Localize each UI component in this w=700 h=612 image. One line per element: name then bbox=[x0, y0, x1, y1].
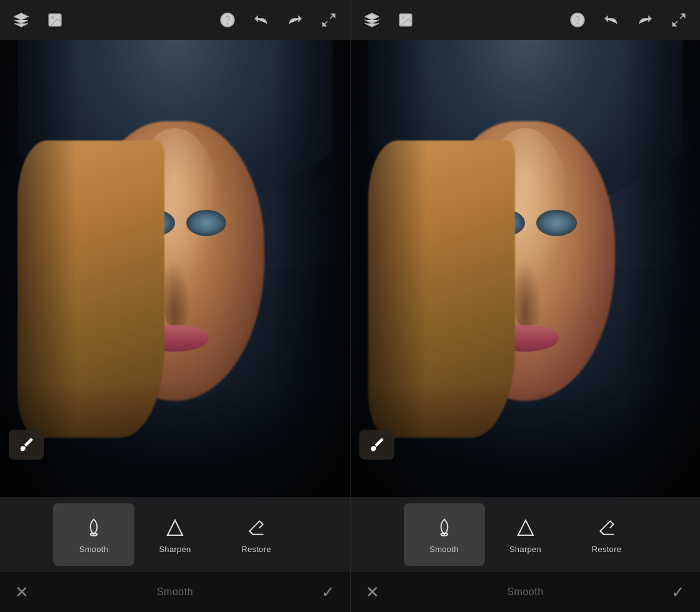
brush-icon-left bbox=[18, 436, 35, 453]
smooth-tool-left[interactable]: Smooth bbox=[53, 503, 134, 566]
dark-overlay-bottom-r bbox=[351, 383, 700, 497]
restore-label-right: Restore bbox=[592, 545, 622, 554]
expand-icon-right[interactable] bbox=[668, 9, 690, 31]
image-icon-right[interactable] bbox=[394, 9, 417, 31]
sharpen-icon-left bbox=[163, 516, 187, 540]
left-toolbar bbox=[0, 0, 350, 40]
cancel-button-left[interactable]: ✕ bbox=[15, 583, 29, 602]
brush-icon-right bbox=[368, 436, 386, 453]
smooth-label-right: Smooth bbox=[429, 545, 459, 554]
left-tools-bar: Smooth Sharpen Restore bbox=[0, 497, 350, 572]
image-icon[interactable] bbox=[44, 9, 66, 31]
restore-icon-left bbox=[244, 516, 268, 540]
expand-icon-left[interactable] bbox=[318, 9, 340, 31]
action-title-left: Smooth bbox=[157, 586, 193, 598]
sharpen-tool-left[interactable]: Sharpen bbox=[134, 503, 216, 566]
smooth-label-left: Smooth bbox=[79, 545, 109, 554]
svg-point-9 bbox=[402, 17, 404, 19]
smooth-icon-left bbox=[82, 516, 106, 540]
restore-tool-right[interactable]: Restore bbox=[566, 503, 648, 566]
sharpen-label-right: Sharpen bbox=[509, 545, 541, 554]
help-icon-left[interactable] bbox=[216, 9, 239, 31]
brush-tool-left[interactable] bbox=[9, 430, 44, 460]
right-photo-simulation bbox=[351, 40, 700, 497]
nose-shadow-right bbox=[514, 259, 541, 325]
right-panel: Smooth Sharpen Restore bbox=[350, 0, 700, 612]
sharpen-tool-right[interactable]: Sharpen bbox=[485, 503, 566, 566]
restore-tool-left[interactable]: Restore bbox=[216, 503, 297, 566]
svg-point-1 bbox=[52, 17, 54, 19]
action-title-right: Smooth bbox=[507, 586, 543, 598]
smooth-tool-right[interactable]: Smooth bbox=[404, 503, 485, 566]
cancel-button-right[interactable]: ✕ bbox=[366, 583, 379, 602]
sharpen-icon-right bbox=[514, 516, 538, 540]
restore-icon-right bbox=[595, 516, 619, 540]
restore-label-left: Restore bbox=[241, 545, 271, 554]
svg-marker-7 bbox=[168, 520, 182, 535]
layers-icon[interactable] bbox=[10, 9, 32, 31]
right-tools-bar: Smooth Sharpen Restore bbox=[351, 497, 700, 572]
confirm-button-right[interactable]: ✓ bbox=[671, 583, 685, 602]
left-photo-simulation bbox=[0, 40, 350, 497]
brush-tool-right[interactable] bbox=[359, 430, 394, 460]
app-container: Smooth Sharpen Restore bbox=[0, 0, 700, 612]
undo-icon-left[interactable] bbox=[250, 9, 272, 31]
layers-icon-right[interactable] bbox=[361, 9, 383, 31]
svg-marker-15 bbox=[518, 520, 533, 535]
left-panel: Smooth Sharpen Restore bbox=[0, 0, 350, 612]
undo-icon-right[interactable] bbox=[600, 9, 622, 31]
redo-icon-left[interactable] bbox=[284, 9, 306, 31]
left-photo-area bbox=[0, 40, 350, 497]
right-toolbar bbox=[351, 0, 700, 40]
left-action-bar: ✕ Smooth ✓ bbox=[0, 572, 350, 612]
sharpen-label-left: Sharpen bbox=[159, 545, 191, 554]
confirm-button-left[interactable]: ✓ bbox=[321, 583, 335, 602]
eye-right-right bbox=[536, 210, 576, 236]
redo-icon-right[interactable] bbox=[634, 9, 656, 31]
right-action-bar: ✕ Smooth ✓ bbox=[351, 572, 700, 612]
help-icon-right[interactable] bbox=[566, 9, 589, 31]
dark-overlay-bottom-l bbox=[0, 383, 350, 497]
nose-shadow-left bbox=[164, 259, 191, 325]
right-photo-area bbox=[351, 40, 700, 497]
smooth-icon-right bbox=[432, 516, 456, 540]
